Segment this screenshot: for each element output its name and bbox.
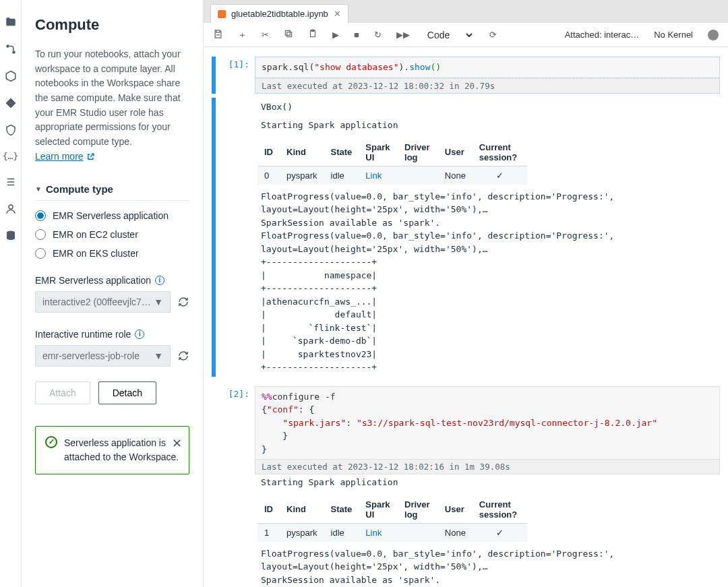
attach-button: Attach	[35, 381, 90, 404]
table-row: 0pysparkidleLinkNone✓	[257, 166, 527, 185]
success-check-icon: ✓	[45, 436, 57, 448]
paste-icon[interactable]	[308, 29, 317, 40]
compute-type-group: EMR Serverless application EMR on EC2 cl…	[35, 210, 189, 259]
collapse-icon: ▼	[35, 185, 42, 193]
table-row: 1pysparkidleLinkNone✓	[257, 523, 527, 542]
code-cell[interactable]: [2]: %%configure -f {"conf": { "spark.ja…	[212, 386, 720, 588]
app-label: EMR Serverless application i	[35, 275, 189, 286]
alert-close-icon[interactable]: ✕	[172, 435, 182, 453]
run-all-icon[interactable]: ▶▶	[396, 30, 410, 40]
folder-icon[interactable]	[5, 16, 17, 28]
info-icon[interactable]: i	[155, 276, 164, 285]
run-icon[interactable]: ▶	[332, 30, 339, 40]
tab-notebook[interactable]: gluetable2tidbtable.ipynb ✕	[210, 4, 348, 23]
activity-rail: {…}	[0, 0, 22, 587]
save-icon[interactable]	[213, 29, 223, 41]
shield-icon[interactable]	[5, 124, 17, 136]
alert-text: Serverless application is attached to th…	[64, 436, 179, 464]
exec-time: Last executed at 2023-12-12 18:00:32 in …	[255, 78, 720, 94]
git-icon[interactable]	[5, 43, 17, 55]
info-icon[interactable]: i	[135, 330, 144, 339]
cell-prompt: [1]:	[216, 57, 255, 94]
braces-icon[interactable]: {…}	[3, 151, 18, 161]
svg-point-0	[6, 44, 9, 48]
kernel-status[interactable]: No Kernel	[654, 30, 693, 40]
output-text: Starting Spark application	[255, 474, 720, 492]
svg-marker-3	[5, 98, 16, 109]
tab-bar: gluetable2tidbtable.ipynb ✕	[204, 0, 728, 23]
session-table: IDKindStateSpark UIDriver logUserCurrent…	[257, 496, 527, 542]
database-icon[interactable]	[5, 230, 17, 242]
tab-label: gluetable2tidbtable.ipynb	[231, 9, 328, 19]
cell-type-select[interactable]: Code	[425, 29, 475, 41]
detach-button[interactable]: Detach	[98, 381, 156, 404]
svg-marker-2	[6, 71, 16, 82]
restart-icon[interactable]: ↻	[374, 30, 382, 40]
intro-text: To run your notebooks, attach your works…	[35, 47, 189, 164]
svg-point-7	[9, 205, 13, 209]
diamond-icon[interactable]	[5, 97, 17, 109]
copy-icon[interactable]	[284, 29, 293, 40]
radio-serverless[interactable]: EMR Serverless application	[35, 210, 189, 221]
role-select[interactable]: emr-serverless-job-role▼	[35, 345, 171, 367]
attached-status[interactable]: Attached: interac…	[565, 30, 640, 40]
radio-eks[interactable]: EMR on EKS cluster	[35, 248, 189, 259]
learn-more-link[interactable]: Learn more	[35, 150, 95, 164]
notebook-file-icon	[218, 10, 226, 18]
radio-ec2[interactable]: EMR on EC2 cluster	[35, 229, 189, 240]
reload-icon[interactable]: ⟳	[489, 30, 497, 40]
add-cell-icon[interactable]: ＋	[238, 29, 247, 41]
tab-close-icon[interactable]: ✕	[334, 9, 341, 19]
session-table: IDKindStateSpark UIDriver logUserCurrent…	[257, 139, 527, 185]
output-text: FloatProgress(value=0.0, bar_style='info…	[255, 545, 720, 588]
output-text: Starting Spark application	[255, 116, 720, 135]
code-input[interactable]: spark.sql("show databases").show()	[255, 57, 720, 78]
app-select[interactable]: interactive2 (00ffeevjlc7…▼	[35, 291, 171, 313]
compute-panel: Compute To run your notebooks, attach yo…	[22, 0, 204, 587]
list-icon[interactable]	[5, 176, 17, 188]
code-cell[interactable]: [1]: spark.sql("show databases").show() …	[212, 57, 720, 94]
panel-title: Compute	[35, 16, 189, 34]
refresh-icon[interactable]	[177, 350, 189, 362]
svg-point-1	[12, 51, 16, 54]
compute-type-header[interactable]: ▼ Compute type	[35, 183, 189, 201]
user-icon[interactable]	[5, 203, 17, 215]
success-alert: ✓ Serverless application is attached to …	[35, 426, 189, 474]
notebook-cells: [1]: spark.sql("show databases").show() …	[204, 47, 728, 587]
refresh-icon[interactable]	[177, 296, 189, 308]
spark-ui-link[interactable]: Link	[365, 528, 382, 538]
kernel-indicator-icon[interactable]	[708, 30, 719, 40]
output-text: VBox()	[255, 98, 720, 117]
caret-down-icon: ▼	[154, 350, 163, 361]
role-label: Interactive runtime role i	[35, 329, 189, 340]
output-text: FloatProgress(value=0.0, bar_style='info…	[255, 187, 720, 377]
cell-output: VBox() Starting Spark application IDKind…	[212, 98, 720, 377]
caret-down-icon: ▼	[154, 297, 163, 307]
stop-icon[interactable]: ■	[354, 30, 359, 40]
exec-time: Last executed at 2023-12-12 18:02:16 in …	[255, 460, 720, 474]
spark-ui-link[interactable]: Link	[365, 171, 382, 181]
code-input[interactable]: %%configure -f {"conf": { "spark.jars": …	[255, 386, 720, 460]
notebook-toolbar: ＋ ✂ ▶ ■ ↻ ▶▶ Code ⟳ Attached: interac… N…	[204, 23, 728, 47]
svg-rect-10	[285, 30, 290, 35]
svg-rect-9	[287, 32, 292, 37]
external-link-icon	[86, 152, 95, 161]
notebook-main: gluetable2tidbtable.ipynb ✕ ＋ ✂ ▶ ■ ↻ ▶▶…	[204, 0, 728, 587]
hex-icon[interactable]	[5, 70, 17, 82]
cell-prompt: [2]:	[216, 386, 255, 588]
cut-icon[interactable]: ✂	[262, 30, 269, 40]
